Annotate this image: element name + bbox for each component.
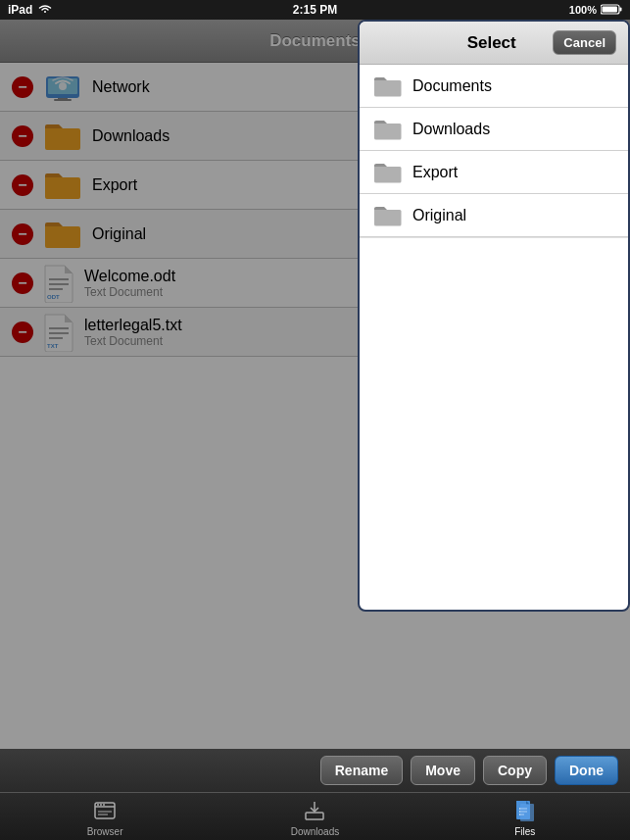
svg-point-19 bbox=[100, 804, 102, 806]
modal-folder-icon bbox=[373, 74, 403, 98]
svg-point-18 bbox=[97, 804, 99, 806]
toolbar: Browser Downloads Files bbox=[0, 792, 630, 840]
modal-item-label: Export bbox=[412, 164, 458, 181]
status-bar: iPad 2:15 PM 100% bbox=[0, 0, 630, 20]
toolbar-item-files[interactable]: Files bbox=[420, 797, 630, 837]
status-time: 2:15 PM bbox=[293, 3, 337, 17]
svg-rect-23 bbox=[306, 813, 323, 819]
modal-overlay: Select Cancel Documents Downloads bbox=[0, 20, 630, 792]
modal-folder-icon bbox=[373, 161, 403, 184]
modal-list-item[interactable]: Downloads bbox=[360, 108, 628, 151]
downloads-icon bbox=[301, 797, 328, 824]
modal-folder-icon bbox=[373, 204, 403, 227]
modal-empty-space bbox=[360, 237, 628, 610]
device-label: iPad bbox=[8, 3, 32, 17]
move-button[interactable]: Move bbox=[411, 756, 475, 785]
action-bar: Rename Move Copy Done bbox=[0, 749, 630, 792]
browser-icon bbox=[91, 797, 119, 824]
modal-item-label: Documents bbox=[412, 77, 492, 95]
modal-panel: Select Cancel Documents Downloads bbox=[358, 20, 630, 612]
wifi-icon bbox=[38, 3, 52, 17]
svg-rect-29 bbox=[520, 804, 534, 821]
modal-title: Select bbox=[430, 33, 553, 53]
status-left: iPad bbox=[8, 3, 52, 17]
files-icon bbox=[511, 797, 539, 824]
modal-folder-icon bbox=[373, 118, 403, 141]
toolbar-item-browser[interactable]: Browser bbox=[0, 797, 210, 837]
battery-label: 100% bbox=[569, 4, 597, 16]
battery-icon bbox=[601, 4, 622, 17]
done-button[interactable]: Done bbox=[555, 756, 618, 785]
rename-button[interactable]: Rename bbox=[320, 756, 403, 785]
modal-header: Select Cancel bbox=[360, 22, 628, 65]
svg-point-20 bbox=[103, 804, 105, 806]
browser-label: Browser bbox=[87, 826, 123, 837]
downloads-label: Downloads bbox=[291, 826, 339, 837]
copy-button[interactable]: Copy bbox=[483, 756, 547, 785]
toolbar-item-downloads[interactable]: Downloads bbox=[210, 797, 419, 837]
svg-rect-1 bbox=[620, 7, 622, 11]
status-right: 100% bbox=[569, 4, 622, 17]
svg-rect-2 bbox=[603, 6, 618, 12]
modal-item-label: Downloads bbox=[412, 121, 490, 138]
modal-cancel-button[interactable]: Cancel bbox=[553, 30, 616, 55]
modal-list-item[interactable]: Documents bbox=[360, 65, 628, 108]
modal-list-item[interactable]: Export bbox=[360, 151, 628, 194]
files-label: Files bbox=[514, 826, 535, 837]
modal-list-item[interactable]: Original bbox=[360, 194, 628, 237]
modal-item-label: Original bbox=[412, 207, 466, 224]
